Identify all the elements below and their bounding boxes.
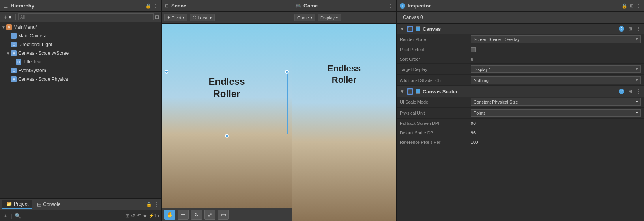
scene-toolbar: ✦ Pivot ▾ ⬡ Local ▾ (162, 12, 292, 24)
canvas-component-section: ▼ ⬛ Canvas ? ⊞ ⋮ Render Mode Screen Spac… (397, 24, 644, 86)
hierarchy-dots-icon[interactable]: ⋮ (154, 3, 158, 9)
canvas-info-icon[interactable]: ? (619, 26, 624, 32)
scene-text-line2: Roller (213, 88, 240, 99)
scene-dots-icon[interactable]: ⋮ (284, 3, 288, 9)
canvas-scaler-layout-icon[interactable]: ⊞ (628, 89, 632, 94)
tree-item-maincamera[interactable]: ⊞ Main Camera (0, 32, 161, 40)
tree-item-canvas-screen[interactable]: ▼ ⊞ Canvas - Scale w/Scree (0, 49, 161, 58)
game-resolution-arrow: ▾ (336, 15, 338, 20)
bottom-tab-actions: 🔒 ⋮ (146, 202, 159, 207)
pixel-perfect-row: Pixel Perfect (397, 45, 644, 54)
tree-item-titletext[interactable]: ⊞ Title Text (0, 58, 161, 66)
canvas-component-icon: ⬛ (407, 26, 413, 32)
hierarchy-header-actions: 🔒 ⋮ (145, 3, 158, 9)
additional-shader-dropdown[interactable]: Nothing ▾ (471, 76, 641, 84)
titletext-label: Title Text (23, 59, 41, 65)
ui-scale-mode-dropdown[interactable]: Constant Physical Size ▾ (471, 98, 641, 106)
physical-unit-dropdown[interactable]: Points ▾ (471, 109, 641, 117)
rotate-tool-button[interactable]: ↻ (191, 210, 202, 220)
local-label: Local (198, 15, 208, 20)
inspector-layout-icon[interactable]: ⊞ (630, 3, 634, 9)
project-tab[interactable]: 📁 Project (2, 200, 32, 209)
canvas-handle-tl[interactable] (165, 70, 168, 74)
canvas-handle-center[interactable] (225, 134, 229, 138)
tree-item-eventsystem[interactable]: ⊞ EventSystem (0, 66, 161, 75)
canvas-scaler-title: Canvas Scaler (423, 89, 616, 95)
ui-scale-mode-arrow: ▾ (636, 99, 638, 104)
bottom-dots-icon[interactable]: ⋮ (154, 202, 159, 207)
console-tab-label: Console (43, 202, 60, 207)
hierarchy-add-button[interactable]: + ▾ (2, 14, 13, 20)
local-dropdown[interactable]: ⬡ Local ▾ (190, 14, 214, 21)
canvas-enable-checkbox[interactable] (416, 26, 420, 31)
mainmenu-dots[interactable]: ⋮ (154, 24, 160, 30)
project-tab-label: Project (14, 201, 28, 207)
canvas-scaler-dots-icon[interactable]: ⋮ (636, 89, 641, 94)
canvas-physical-icon: ⊞ (11, 76, 17, 82)
canvas-collapse-arrow: ▼ (400, 26, 404, 32)
pivot-dropdown[interactable]: ✦ Pivot ▾ (164, 14, 187, 21)
ref-pixels-value[interactable]: 100 (471, 140, 641, 145)
canvas-dots-icon[interactable]: ⋮ (636, 26, 641, 32)
render-mode-dropdown[interactable]: Screen Space - Overlay ▾ (471, 35, 641, 43)
bottom-star-icon[interactable]: ★ (143, 213, 147, 219)
tree-item-mainmenu[interactable]: ▼ ⊞ MainMenu* ⋮ (0, 23, 161, 32)
canvas-scaler-info-icon[interactable]: ? (619, 89, 624, 94)
game-text-line2: Roller (332, 75, 356, 85)
game-display-dropdown[interactable]: Game ▾ (294, 14, 315, 21)
game-dots-icon[interactable]: ⋮ (388, 3, 393, 9)
tree-item-canvas-physical[interactable]: ⊞ Canvas - Scale Physica (0, 75, 161, 84)
canvas-scaler-header[interactable]: ▼ ⬛ Canvas Scaler ? ⊞ ⋮ (397, 86, 644, 97)
inspector-tabs: Canvas 0 + (397, 12, 644, 24)
inspector-title: Inspector (408, 3, 619, 9)
bottom-lock-icon[interactable]: 🔒 (146, 202, 152, 207)
maincamera-icon: ⊞ (11, 33, 17, 39)
canvas-layout-icon[interactable]: ⊞ (628, 26, 632, 32)
canvas-handle-tr[interactable] (285, 70, 289, 74)
hierarchy-search-icon[interactable]: ⊞ (155, 14, 159, 20)
mainmenu-icon: ⊞ (6, 24, 12, 30)
bottom-add-button[interactable]: + (2, 213, 9, 219)
bottom-refresh-icon[interactable]: ↺ (131, 213, 135, 219)
console-tab[interactable]: ▤ Console (33, 200, 64, 209)
mainmenu-label: MainMenu* (13, 24, 37, 30)
additional-shader-label: Additional Shader Ch (400, 78, 471, 83)
sort-order-value[interactable]: 0 (471, 57, 641, 61)
sprite-dpi-value[interactable]: 96 (471, 130, 641, 135)
console-icon: ▤ (37, 202, 41, 207)
canvas-component-header[interactable]: ▼ ⬛ Canvas ? ⊞ ⋮ (397, 24, 644, 34)
project-folder-icon: 📁 (6, 201, 12, 207)
additional-shader-row: Additional Shader Ch Nothing ▾ (397, 75, 644, 86)
scene-grid-icon: ⊞ (165, 3, 169, 9)
bottom-search-icon[interactable]: 🔍 (15, 213, 21, 219)
hand-tool-button[interactable]: ✋ (164, 210, 175, 220)
inspector-tab-add[interactable]: + (427, 13, 438, 22)
bottom-layout-icon[interactable]: ⊞ (125, 213, 129, 219)
ui-scale-mode-row: UI Scale Mode Constant Physical Size ▾ (397, 97, 644, 108)
canvas-physical-label: Canvas - Scale Physica (18, 76, 68, 82)
pixel-perfect-checkbox[interactable] (471, 47, 476, 52)
scene-background: Endless Roller (162, 24, 292, 208)
fallback-dpi-value[interactable]: 96 (471, 121, 641, 126)
sprite-dpi-row: Default Sprite DPI 96 (397, 128, 644, 137)
tree-item-directionallight[interactable]: ⊞ Directional Light (0, 40, 161, 49)
scene-view: Endless Roller (162, 24, 292, 208)
rect-tool-button[interactable]: ▭ (218, 210, 229, 220)
render-mode-arrow: ▾ (636, 37, 638, 42)
inspector-dots-icon[interactable]: ⋮ (636, 3, 641, 9)
bottom-tag-icon[interactable]: 🏷 (137, 213, 141, 219)
scale-tool-button[interactable]: ⤢ (204, 210, 215, 220)
canvas-scaler-enable-checkbox[interactable] (416, 89, 420, 94)
move-tool-button[interactable]: ✛ (178, 210, 189, 220)
bottom-divider: | (11, 213, 12, 219)
inspector-tab-canvas0[interactable]: Canvas 0 (399, 13, 427, 22)
target-display-dropdown[interactable]: Display 1 ▾ (471, 65, 641, 73)
physical-unit-row: Physical Unit Points ▾ (397, 108, 644, 119)
local-arrow: ▾ (210, 15, 212, 20)
game-resolution-dropdown[interactable]: Display ▾ (318, 14, 341, 21)
hierarchy-lock-icon[interactable]: 🔒 (145, 3, 151, 9)
physical-unit-value: Points (474, 111, 486, 115)
hierarchy-search-input[interactable] (18, 13, 154, 20)
canvas-screen-icon: ⊞ (11, 50, 17, 56)
inspector-lock-icon[interactable]: 🔒 (622, 3, 627, 9)
